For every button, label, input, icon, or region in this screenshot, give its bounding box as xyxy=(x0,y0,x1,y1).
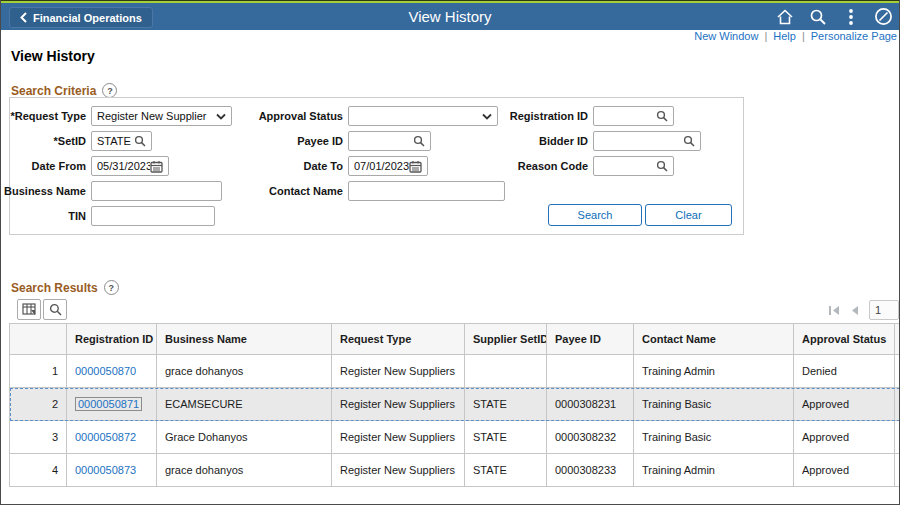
registration-id-link[interactable]: 0000050873 xyxy=(75,464,136,476)
col-registration-id: Registration ID xyxy=(67,324,157,355)
lookup-icon[interactable] xyxy=(656,160,668,172)
approval-status-cell: Approved xyxy=(794,421,895,454)
contact-name-field xyxy=(348,181,505,201)
registration-id-link[interactable]: 0000050871 xyxy=(75,397,142,411)
request-type-cell: Register New Suppliers xyxy=(332,454,465,487)
help-icon[interactable]: ? xyxy=(104,280,119,295)
previous-page-icon[interactable] xyxy=(850,305,859,316)
business-name-cell: grace dohanyos xyxy=(157,355,332,388)
business-name-input[interactable] xyxy=(97,185,216,197)
first-page-icon[interactable] xyxy=(828,305,840,316)
results-grid: Registration ID Business Name Request Ty… xyxy=(9,323,900,490)
contact-name-cell: Training Admin xyxy=(634,454,794,487)
table-row: 4 0000050873 grace dohanyos Register New… xyxy=(10,454,900,487)
new-window-link[interactable]: New Window xyxy=(694,30,758,42)
business-name-cell: ECAMSECURE xyxy=(157,388,332,421)
page-action-links: New Window | Help | Personalize Page xyxy=(694,30,897,42)
lookup-icon[interactable] xyxy=(134,135,146,147)
approval-status-cell: Denied xyxy=(794,355,895,388)
grid-action-menu-button[interactable] xyxy=(17,299,41,320)
date-to-input[interactable] xyxy=(354,160,409,172)
calendar-icon[interactable] xyxy=(409,160,422,173)
request-type-cell: Register New Suppliers xyxy=(332,355,465,388)
tin-input[interactable] xyxy=(97,210,209,222)
breadcrumb-back-button[interactable]: Financial Operations xyxy=(9,7,153,28)
home-icon[interactable] xyxy=(775,7,794,26)
bidder-id-input[interactable] xyxy=(599,135,683,147)
supplier-setid-cell xyxy=(465,355,547,388)
search-button[interactable]: Search xyxy=(548,204,642,226)
clear-button[interactable]: Clear xyxy=(645,204,732,226)
table-row: 1 0000050870 grace dohanyos Register New… xyxy=(10,355,900,388)
setid-field xyxy=(91,131,152,151)
reason-code-field xyxy=(593,156,674,176)
business-name-label: Business Name xyxy=(1,185,86,197)
row-number: 1 xyxy=(10,355,67,388)
link-divider: | xyxy=(764,30,767,42)
clipped-cell xyxy=(895,421,900,454)
personalize-page-link[interactable]: Personalize Page xyxy=(811,30,897,42)
col-approval-status: Approval Status xyxy=(794,324,895,355)
actions-kebab-icon[interactable] xyxy=(841,7,860,26)
lookup-icon[interactable] xyxy=(413,135,425,147)
table-row: 3 0000050872 Grace Dohanyos Register New… xyxy=(10,421,900,454)
bidder-id-field xyxy=(593,131,701,151)
col-contact-name: Contact Name xyxy=(634,324,794,355)
contact-name-cell: Training Basic xyxy=(634,421,794,454)
registration-id-input[interactable] xyxy=(599,110,656,122)
supplier-setid-cell: STATE xyxy=(465,454,547,487)
request-type-value: Register New Supplier xyxy=(97,110,206,122)
date-from-input[interactable] xyxy=(97,160,150,172)
setid-input[interactable] xyxy=(97,135,134,147)
top-header-bar: View History Financial Operations xyxy=(1,3,899,30)
request-type-cell: Register New Suppliers xyxy=(332,388,465,421)
global-search-icon[interactable] xyxy=(808,7,827,26)
clipped-cell xyxy=(895,355,900,388)
help-link[interactable]: Help xyxy=(773,30,796,42)
registration-id-link[interactable]: 0000050872 xyxy=(75,431,136,443)
contact-name-cell: Training Admin xyxy=(634,355,794,388)
clipped-cell xyxy=(895,454,900,487)
lookup-icon[interactable] xyxy=(656,110,668,122)
col-payee-id: Payee ID xyxy=(547,324,634,355)
grid-find-button[interactable] xyxy=(43,299,67,320)
registration-id-link[interactable]: 0000050870 xyxy=(75,365,136,377)
contact-name-input[interactable] xyxy=(354,185,499,197)
approval-status-label: Approval Status xyxy=(246,110,343,122)
setid-label: *SetID xyxy=(1,135,86,147)
calendar-icon[interactable] xyxy=(150,160,163,173)
chevron-down-icon xyxy=(216,113,226,120)
tin-field xyxy=(91,206,215,226)
tin-label: TIN xyxy=(1,210,86,222)
search-criteria-title: Search Criteria xyxy=(11,84,96,98)
table-row-selected: 2 0000050871 ECAMSECURE Register New Sup… xyxy=(10,388,900,421)
search-icon xyxy=(49,303,62,316)
business-name-cell: Grace Dohanyos xyxy=(157,421,332,454)
approval-status-cell: Approved xyxy=(794,454,895,487)
link-divider: | xyxy=(802,30,805,42)
payee-id-input[interactable] xyxy=(354,135,413,147)
row-number: 3 xyxy=(10,421,67,454)
results-header-row: Registration ID Business Name Request Ty… xyxy=(10,324,900,355)
supplier-setid-cell: STATE xyxy=(465,421,547,454)
payee-id-cell xyxy=(547,355,634,388)
request-type-label: *Request Type xyxy=(1,110,86,122)
registration-id-field xyxy=(593,106,674,126)
lookup-icon[interactable] xyxy=(683,135,695,147)
business-name-field xyxy=(91,181,222,201)
reason-code-label: Reason Code xyxy=(471,160,588,172)
payee-id-cell: 0000308231 xyxy=(547,388,634,421)
date-from-field xyxy=(91,156,169,176)
search-criteria-heading: Search Criteria ? xyxy=(11,83,117,98)
navbar-icon[interactable] xyxy=(874,7,893,26)
clipped-cell xyxy=(895,388,900,421)
bidder-id-label: Bidder ID xyxy=(471,135,588,147)
payee-id-cell: 0000308232 xyxy=(547,421,634,454)
breadcrumb-label: Financial Operations xyxy=(33,12,142,24)
request-type-select[interactable]: Register New Supplier xyxy=(91,106,232,126)
help-icon[interactable]: ? xyxy=(102,83,117,98)
page-title: View History xyxy=(11,48,95,64)
reason-code-input[interactable] xyxy=(599,160,656,172)
contact-name-label: Contact Name xyxy=(246,185,343,197)
business-name-cell: grace dohanyos xyxy=(157,454,332,487)
